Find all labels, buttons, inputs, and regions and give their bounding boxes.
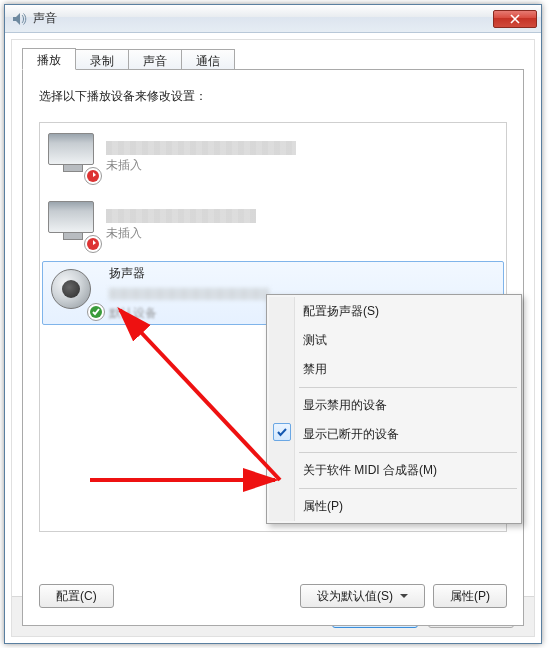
menu-show-disabled[interactable]: 显示禁用的设备 [269, 391, 519, 420]
app-icon [11, 11, 27, 27]
menu-properties[interactable]: 属性(P) [269, 492, 519, 521]
menu-separator [299, 488, 517, 489]
device-icon-monitor [48, 201, 98, 249]
device-name: 扬声器 [109, 265, 495, 282]
configure-button[interactable]: 配置(C) [39, 584, 114, 608]
device-status: 未插入 [106, 225, 498, 242]
device-row[interactable]: 未插入 [40, 191, 506, 259]
svg-line-3 [120, 310, 280, 480]
set-default-button[interactable]: 设为默认值(S) [300, 584, 425, 608]
menu-disable[interactable]: 禁用 [269, 355, 519, 384]
unplugged-badge-icon [84, 235, 102, 253]
titlebar[interactable]: 声音 [5, 5, 541, 33]
instruction-text: 选择以下播放设备来修改设置： [39, 88, 207, 105]
menu-test[interactable]: 测试 [269, 326, 519, 355]
menu-about-midi[interactable]: 关于软件 MIDI 合成器(M) [269, 456, 519, 485]
panel-button-row: 配置(C) 设为默认值(S) 属性(P) [39, 581, 507, 611]
tab-sound[interactable]: 声音 [129, 49, 182, 70]
device-name [106, 209, 256, 223]
device-context-menu[interactable]: 配置扬声器(S) 测试 禁用 显示禁用的设备 显示已断开的设备 关于软件 MID… [266, 294, 522, 524]
menu-separator [299, 387, 517, 388]
device-row[interactable]: 未插入 [40, 123, 506, 191]
tab-record[interactable]: 录制 [76, 49, 129, 70]
annotation-arrow [80, 460, 290, 500]
device-status: 未插入 [106, 157, 498, 174]
menu-separator [299, 452, 517, 453]
properties-button[interactable]: 属性(P) [433, 584, 507, 608]
menu-show-disconnected[interactable]: 显示已断开的设备 [269, 420, 519, 449]
device-icon-monitor [48, 133, 98, 181]
unplugged-badge-icon [84, 167, 102, 185]
tab-strip: 播放 录制 声音 通信 [22, 48, 235, 70]
menu-configure-speakers[interactable]: 配置扬声器(S) [269, 297, 519, 326]
device-name [106, 141, 296, 155]
tab-playback[interactable]: 播放 [22, 48, 76, 70]
window-title: 声音 [33, 10, 493, 27]
chevron-down-icon [400, 594, 408, 598]
close-button[interactable] [493, 10, 537, 28]
tab-comm[interactable]: 通信 [182, 49, 235, 70]
